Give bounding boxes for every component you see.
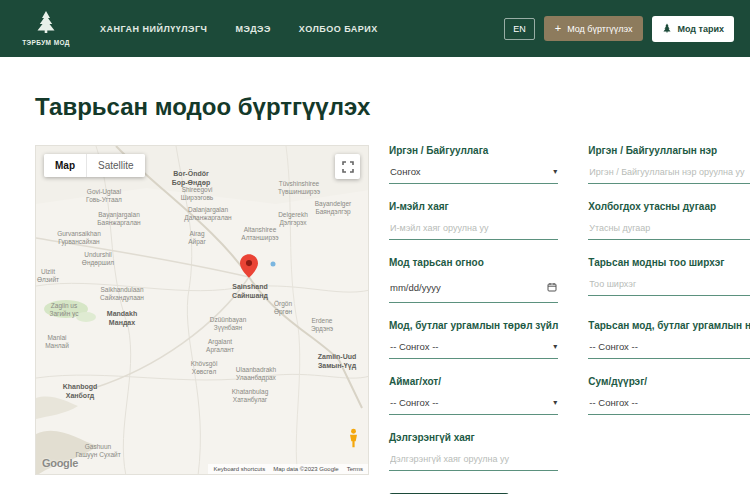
chevron-down-icon: ▾ [553, 167, 557, 176]
map-attribution: Keyboard shortcuts Map data ©2023 Google… [208, 464, 368, 474]
entity-type-select[interactable]: Сонгох ▾ [389, 164, 558, 184]
field-district: Сум/дүүрэг/ -- Сонгох -- ▾ [588, 376, 750, 415]
sprout-icon [662, 23, 672, 35]
field-tree-count: Тарьсан модны тоо ширхэг [588, 257, 750, 303]
nav-news[interactable]: МЭДЭЭ [235, 24, 270, 34]
location-map[interactable]: ChoirЧойрBor-ÖndörБор-ӨндөрTüvshinshiree… [35, 145, 369, 475]
map-type-toggle: Map Satellite [44, 154, 145, 177]
page-title: Таврьсан модоо бүртгүүлэх [35, 93, 750, 121]
district-select[interactable]: -- Сонгох -- ▾ [588, 395, 750, 415]
language-button[interactable]: EN [504, 18, 535, 40]
main-content: ChoirЧойрBor-ÖndörБор-ӨндөрTüvshinshiree… [0, 145, 750, 494]
plant-tree-button[interactable]: Мод тарих [652, 16, 734, 42]
field-phone: Холбогдох утасны дугаар [588, 201, 750, 240]
nav-contact[interactable]: ХОЛБОО БАРИХ [299, 24, 378, 34]
planted-date-input[interactable]: mm/dd/yyyy [389, 276, 558, 303]
tree-count-input[interactable] [589, 279, 750, 289]
map-terrain [36, 146, 369, 475]
phone-input[interactable] [589, 223, 750, 233]
calendar-icon [547, 278, 557, 296]
plant-type-select[interactable]: -- Сонгох -- ▾ [389, 339, 558, 359]
field-entity-name: Иргэн / Байгууллагын нэр [588, 145, 750, 184]
field-email: И-мэйл хаяг [389, 201, 558, 240]
terms-link[interactable]: Terms [347, 466, 363, 472]
province-select[interactable]: -- Сонгох -- ▾ [389, 395, 558, 415]
entity-name-input[interactable] [589, 167, 750, 177]
header-actions: EN + Мод бүртгүүлэх Мод тарих [504, 16, 734, 42]
field-entity-type: Иргэн / Байгууллага Сонгох ▾ [389, 145, 558, 184]
plant-name-select[interactable]: -- Сонгох -- ▾ [588, 339, 750, 359]
chevron-down-icon: ▾ [553, 398, 557, 407]
field-planted-date: Мод тарьсан огноо mm/dd/yyyy [389, 257, 558, 303]
nav-suppliers[interactable]: ХАНГАН НИЙЛҮҮЛЭГЧ [100, 24, 207, 34]
satellite-view-button[interactable]: Satellite [86, 154, 145, 177]
main-nav: ХАНГАН НИЙЛҮҮЛЭГЧ МЭДЭЭ ХОЛБОО БАРИХ [100, 24, 378, 34]
detailed-address-input[interactable] [390, 454, 557, 464]
field-detailed-address: Дэлгэрэнгүй хаяг [389, 432, 558, 471]
street-view-pegman[interactable] [348, 428, 359, 452]
register-tree-button[interactable]: + Мод бүртгүүлэх [544, 16, 644, 41]
top-navbar: ТЭРБУМ МОД ХАНГАН НИЙЛҮҮЛЭГЧ МЭДЭЭ ХОЛБО… [0, 0, 750, 57]
plus-icon: + [555, 23, 561, 34]
field-plant-name: Тарьсан мод, бутлаг ургамлын нэр -- Сонг… [588, 320, 750, 359]
map-view-button[interactable]: Map [44, 154, 86, 177]
field-province: Аймаг/хот/ -- Сонгох -- ▾ [389, 376, 558, 415]
field-plant-type: Мод, бутлаг ургамлын төрөл зүйл -- Сонго… [389, 320, 558, 359]
tree-logo-icon [34, 11, 58, 37]
tree-registration-form: Иргэн / Байгууллага Сонгох ▾ Иргэн / Бай… [389, 145, 750, 494]
brand-logo[interactable]: ТЭРБУМ МОД [16, 11, 76, 46]
google-logo: Google [42, 457, 78, 469]
chevron-down-icon: ▾ [553, 342, 557, 351]
keyboard-shortcuts-link[interactable]: Keyboard shortcuts [213, 466, 265, 472]
fullscreen-button[interactable] [335, 154, 360, 179]
brand-name: ТЭРБУМ МОД [22, 39, 70, 46]
map-marker-pin[interactable] [240, 254, 258, 282]
map-data-credit: Map data ©2023 Google [273, 466, 338, 472]
email-input[interactable] [390, 223, 557, 233]
